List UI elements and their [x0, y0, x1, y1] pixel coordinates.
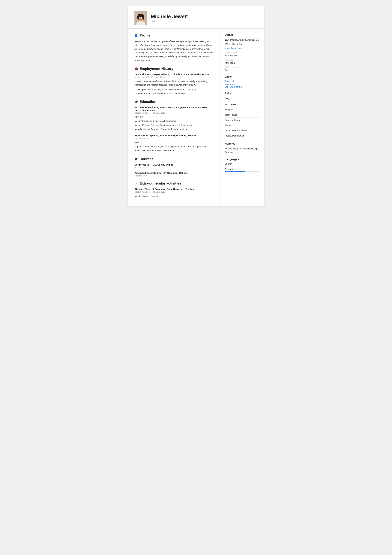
edu-title-1: High School Diploma, Hawthorne High Scho… [135, 134, 214, 137]
skill-item-2: Budgets [225, 107, 259, 112]
extracurricular-section-title: Extra-curricular activities [140, 181, 181, 185]
course-title-0: Certificate in HTML, Udemy Online [135, 163, 214, 166]
course-entry-0: Certificate in HTML, Udemy Online April … [135, 163, 214, 169]
job-title-0: University News Paper Editor at Columbus… [135, 73, 214, 76]
job-entry-0: University News Paper Editor at Columbus… [135, 73, 214, 95]
youtube-link[interactable]: YouTube Channel [225, 86, 259, 88]
job-bullets-0: Responsible for weekly editor's comments… [135, 88, 214, 95]
lang-bar-fill-0 [225, 166, 257, 166]
edu-detail: GPA: 3.7 [135, 141, 214, 145]
skills-section-title: Skills [225, 92, 259, 95]
skill-item-0: HTML [225, 97, 259, 102]
candidate-title: Intern [151, 20, 188, 23]
skill-item-5: Energetic [225, 123, 259, 128]
svg-point-9 [139, 18, 140, 18]
job-desc-0: Created three new websites for the Colum… [135, 80, 214, 87]
svg-point-5 [137, 15, 139, 20]
email-link[interactable]: email@email.com [225, 47, 259, 50]
instagram-link[interactable]: Instragram [225, 83, 259, 85]
place-of-birth-label: Place of birth [225, 51, 259, 54]
right-column: Details 1515 Pacific Ave, Los Angeles, C… [220, 29, 264, 206]
address-line2: 90291, United States [225, 43, 259, 46]
extra-detail: Middle Distance Running [135, 194, 214, 198]
profile-text: Recent Bachelor of Marketing & Business … [135, 40, 214, 62]
skill-item-6: Collaboration Software [225, 128, 259, 133]
resume-container: Michelle Jewett Intern 👤 Profile Recent … [128, 6, 264, 206]
courses-section-header: 🎓 Courses [135, 157, 214, 161]
svg-point-6 [142, 15, 144, 20]
hobbies-section-title: Hobbies [225, 142, 259, 145]
lang-bar-bg-0 [225, 166, 259, 166]
course-dates-0: April 2018 [135, 166, 214, 169]
avatar [135, 11, 147, 25]
course-dates-1: October 2017 [135, 175, 214, 177]
extracurricular-section-header: 🏃 Extra-curricular activities [135, 181, 214, 185]
svg-point-10 [142, 18, 142, 18]
edu-detail: GPA: 3.6 [135, 115, 214, 119]
header-info: Michelle Jewett Intern [151, 14, 188, 23]
place-of-birth-value: San Antonio [225, 54, 259, 57]
driving-license-label: Driving license [225, 66, 259, 68]
lang-name-0: English [225, 163, 259, 165]
lang-name-1: German [225, 168, 259, 170]
resume-header: Michelle Jewett Intern [128, 6, 264, 29]
lang-item-0: English [225, 163, 259, 166]
skill-item-7: Project Management [225, 133, 259, 139]
extra-entry-0: Athletics Team at Columbus State Univers… [135, 188, 214, 198]
course-title-1: Advanced Excel Course, ICT Computer Coll… [135, 172, 214, 174]
lang-bar-bg-1 [225, 171, 259, 172]
courses-section-title: Courses [140, 157, 153, 161]
resume-body: 👤 Profile Recent Bachelor of Marketing &… [128, 29, 264, 206]
edu-dates-1: February 2016 [135, 137, 214, 139]
edu-detail: Awards: Honors Program, Dean's list for … [135, 127, 214, 131]
employment-icon: 💼 [135, 67, 138, 70]
course-entry-1: Advanced Excel Course, ICT Computer Coll… [135, 172, 214, 177]
facebook-link[interactable]: Facebook [225, 80, 259, 82]
bullet-item: Proofread and edit write ups from staff … [138, 92, 214, 95]
employment-section-title: Employment History [140, 67, 173, 71]
edu-dates-0: September 2016 – February 2019 [135, 112, 214, 114]
edu-entry-1: High School Diploma, Hawthorne High Scho… [135, 134, 214, 153]
details-section-title: Details [225, 33, 259, 37]
skill-item-4: Deadline Driven [225, 117, 259, 123]
profile-icon: 👤 [135, 34, 138, 37]
profile-section-title: Profile [140, 33, 150, 37]
edu-detail: Majors: Marketing & Business Management [135, 119, 214, 123]
extracurricular-icon: 🏃 [135, 182, 138, 185]
skill-item-3: Team Player [225, 112, 259, 117]
edu-entry-0: Bachelor of Marketing & Business Managem… [135, 106, 214, 131]
edu-title-0: Bachelor of Marketing & Business Managem… [135, 106, 214, 111]
education-section-title: Education [140, 100, 156, 104]
skill-item-1: Word Press [225, 102, 259, 107]
driving-license-value: Full [225, 69, 259, 71]
extra-title-0: Athletics Team at Columbus State Univers… [135, 188, 214, 190]
left-column: 👤 Profile Recent Bachelor of Marketing &… [128, 29, 220, 206]
edu-detail: Editor of Hawthorne School News Paper [135, 149, 214, 153]
bullet-item: Responsible for weekly editor's comments… [138, 88, 214, 91]
lang-item-1: German [225, 168, 259, 172]
lang-bar-fill-1 [225, 171, 245, 172]
edu-detail: Captain of Athletics Team (State Champio… [135, 145, 214, 149]
edu-detail: Minors: Political Science, Communication… [135, 123, 214, 127]
profile-section-header: 👤 Profile [135, 33, 214, 37]
education-section-header: 🎓 Education [135, 100, 214, 104]
candidate-name: Michelle Jewett [151, 14, 188, 19]
hobbies-text: Writing, Blogging, Website Design, Runni… [225, 147, 259, 154]
courses-icon: 🎓 [135, 157, 138, 161]
employment-section-header: 💼 Employment History [135, 67, 214, 71]
extra-dates-0: September 2016 – February 2019 [135, 191, 214, 193]
address-line1: 1515 Pacific Ave, Los Angeles, CA [225, 38, 259, 42]
nationality-label: Nationality [225, 59, 259, 61]
links-section-title: Links [225, 75, 259, 78]
job-dates-0: November 2016 – February 2019 [135, 76, 214, 78]
nationality-value: American [225, 61, 259, 64]
languages-section-title: Languages [225, 158, 259, 161]
education-icon: 🎓 [135, 100, 138, 103]
